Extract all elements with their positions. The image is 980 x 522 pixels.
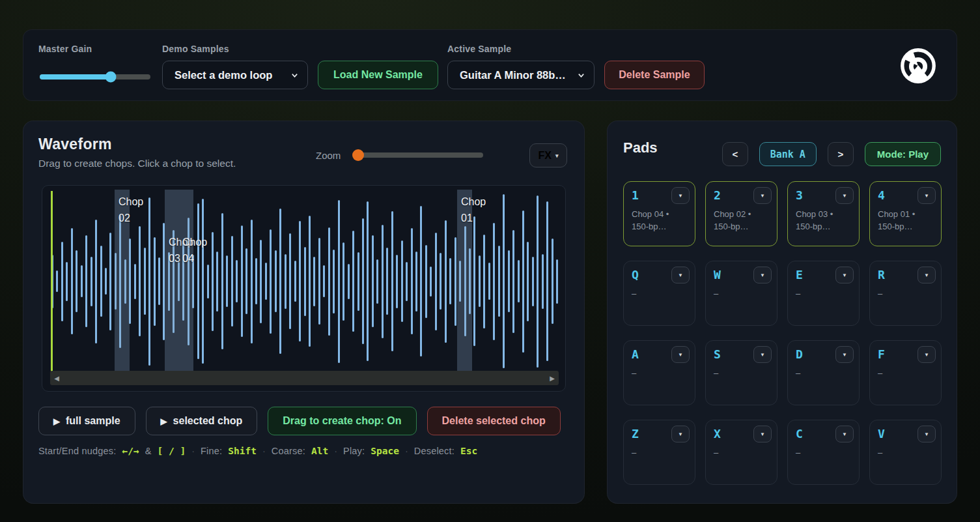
pad-3[interactable]: 3▼Chop 03 •150-bp… bbox=[787, 181, 860, 246]
chop-label: Chop02 bbox=[119, 194, 143, 226]
waveform-bar bbox=[231, 236, 233, 326]
chop-region[interactable] bbox=[165, 190, 178, 373]
waveform-bar bbox=[251, 220, 253, 343]
pad-menu-caret-icon[interactable]: ▼ bbox=[753, 187, 772, 204]
pad-2[interactable]: 2▼Chop 02 •150-bp… bbox=[705, 181, 777, 246]
pad-1[interactable]: 1▼Chop 04 •150-bp… bbox=[623, 181, 695, 246]
pad-assignment-label: Chop 01 •150-bp… bbox=[878, 208, 933, 233]
waveform-bar bbox=[362, 218, 364, 344]
waveform-bar bbox=[449, 258, 451, 304]
pad-assignment-label: Chop 03 •150-bp… bbox=[796, 208, 851, 233]
waveform-bar bbox=[134, 264, 136, 299]
shortcut-text: · bbox=[405, 446, 408, 456]
master-gain-fill bbox=[40, 74, 111, 80]
pad-menu-caret-icon[interactable]: ▼ bbox=[917, 187, 936, 204]
pad-menu-caret-icon[interactable]: ▼ bbox=[835, 267, 854, 283]
zoom-slider-thumb[interactable] bbox=[352, 149, 364, 161]
waveform-bar bbox=[445, 220, 447, 343]
pad-menu-caret-icon[interactable]: ▼ bbox=[671, 267, 690, 283]
shortcut-text: Coarse: bbox=[272, 446, 305, 456]
waveform-bar bbox=[406, 262, 408, 301]
waveform-bar bbox=[556, 259, 558, 304]
fx-dropdown-button[interactable]: FX ▾ bbox=[529, 143, 567, 167]
active-sample-value: Guitar A Minor 88b… bbox=[460, 69, 566, 81]
bank-next-button[interactable]: > bbox=[828, 142, 854, 166]
waveform-bar bbox=[144, 248, 146, 315]
waveform-bar bbox=[328, 227, 330, 336]
shortcut-text: · bbox=[334, 446, 337, 456]
pad-menu-caret-icon[interactable]: ▼ bbox=[753, 346, 772, 363]
waveform-bar bbox=[221, 213, 223, 349]
zoom-slider[interactable] bbox=[356, 152, 483, 158]
bank-select-button[interactable]: Bank A bbox=[759, 142, 817, 166]
waveform-bar bbox=[95, 220, 97, 343]
waveform-bar bbox=[455, 237, 456, 326]
pad-W[interactable]: W▼– bbox=[705, 261, 777, 326]
pad-menu-caret-icon[interactable]: ▼ bbox=[671, 187, 690, 204]
waveform-bar bbox=[255, 258, 257, 304]
drag-create-chop-toggle[interactable]: Drag to create chop: On bbox=[268, 407, 416, 435]
waveform-bar bbox=[85, 235, 87, 327]
waveform-bar bbox=[488, 263, 490, 300]
pad-A[interactable]: A▼– bbox=[623, 340, 695, 405]
demo-samples-value: Select a demo loop bbox=[175, 69, 272, 81]
pad-menu-caret-icon[interactable]: ▼ bbox=[917, 426, 936, 442]
pad-F[interactable]: F▼– bbox=[869, 340, 942, 405]
load-new-sample-button[interactable]: Load New Sample bbox=[318, 61, 438, 89]
pad-4[interactable]: 4▼Chop 01 •150-bp… bbox=[869, 181, 942, 246]
waveform-display[interactable]: Chop02Chop03Chop04Chop01 ◀ ▶ bbox=[42, 185, 566, 392]
pad-menu-caret-icon[interactable]: ▼ bbox=[753, 267, 772, 283]
pad-menu-caret-icon[interactable]: ▼ bbox=[835, 426, 854, 442]
waveform-bar bbox=[542, 254, 544, 309]
pad-menu-caret-icon[interactable]: ▼ bbox=[917, 346, 936, 363]
pad-S[interactable]: S▼– bbox=[705, 340, 777, 405]
pad-V[interactable]: V▼– bbox=[869, 420, 942, 485]
pad-C[interactable]: C▼– bbox=[787, 420, 860, 485]
chop-region[interactable] bbox=[178, 190, 193, 373]
play-selected-chop-button[interactable]: ▶ selected chop bbox=[146, 407, 258, 435]
waveform-bar bbox=[527, 242, 529, 321]
waveform-scrollbar[interactable]: ◀ ▶ bbox=[50, 371, 559, 385]
waveform-bar bbox=[294, 261, 296, 302]
pad-menu-caret-icon[interactable]: ▼ bbox=[835, 346, 854, 363]
waveform-bar bbox=[532, 257, 534, 306]
master-gain-slider[interactable] bbox=[40, 74, 150, 80]
waveform-bar bbox=[479, 255, 481, 307]
pad-menu-caret-icon[interactable]: ▼ bbox=[835, 187, 854, 204]
pad-D[interactable]: D▼– bbox=[787, 340, 860, 405]
master-gain-thumb[interactable] bbox=[105, 72, 116, 83]
pad-assignment-label: – bbox=[796, 446, 851, 459]
pad-assignment-label: – bbox=[632, 287, 687, 300]
pad-menu-caret-icon[interactable]: ▼ bbox=[753, 426, 772, 442]
shortcut-key: Shift bbox=[228, 446, 257, 456]
scroll-right-icon[interactable]: ▶ bbox=[547, 371, 557, 385]
pad-R[interactable]: R▼– bbox=[869, 261, 942, 326]
pad-menu-caret-icon[interactable]: ▼ bbox=[671, 346, 690, 363]
waveform-bar bbox=[425, 245, 427, 318]
active-sample-select[interactable]: Guitar A Minor 88b… bbox=[447, 61, 595, 89]
play-full-sample-button[interactable]: ▶ full sample bbox=[38, 407, 135, 435]
mode-toggle-button[interactable]: Mode: Play bbox=[865, 142, 941, 166]
waveform-bar bbox=[343, 242, 344, 321]
pad-menu-caret-icon[interactable]: ▼ bbox=[917, 267, 936, 283]
scroll-left-icon[interactable]: ◀ bbox=[51, 371, 62, 385]
delete-selected-chop-button[interactable]: Delete selected chop bbox=[427, 407, 561, 435]
pad-assignment-label: – bbox=[714, 367, 769, 379]
pad-E[interactable]: E▼– bbox=[787, 261, 860, 326]
waveform-bar bbox=[537, 196, 539, 368]
bank-prev-button[interactable]: < bbox=[722, 142, 748, 166]
pad-Z[interactable]: Z▼– bbox=[623, 420, 695, 485]
waveform-bar bbox=[435, 233, 437, 330]
shortcut-text: Play: bbox=[343, 446, 365, 456]
waveform-bar bbox=[415, 252, 417, 312]
pad-assignment-label: – bbox=[714, 446, 769, 459]
waveform-bar bbox=[552, 239, 553, 324]
demo-samples-select[interactable]: Select a demo loop bbox=[162, 61, 308, 89]
pad-menu-caret-icon[interactable]: ▼ bbox=[671, 426, 690, 442]
waveform-bar bbox=[81, 265, 83, 297]
pad-Q[interactable]: Q▼– bbox=[623, 261, 695, 326]
pad-X[interactable]: X▼– bbox=[705, 420, 777, 485]
delete-sample-button[interactable]: Delete Sample bbox=[604, 61, 705, 89]
waveform-bar bbox=[318, 238, 320, 325]
waveform-bar bbox=[207, 265, 209, 298]
